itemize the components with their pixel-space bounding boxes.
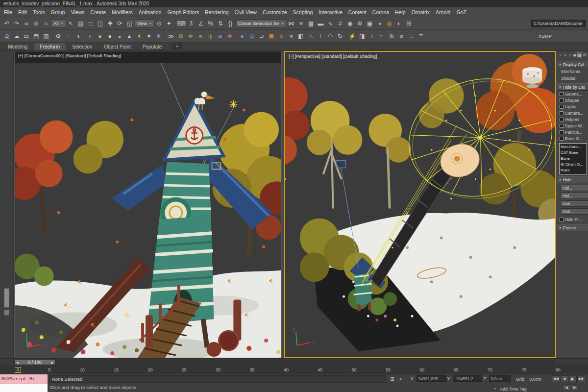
- display-tab-icon[interactable]: ▦: [577, 52, 582, 58]
- list-item[interactable]: Bone: [560, 156, 587, 162]
- viewport-camera[interactable]: [+] [CoronaCamera001] [Standard] [Defaul…: [14, 51, 282, 358]
- cube-icon[interactable]: ▣: [267, 31, 276, 41]
- select-object-icon[interactable]: ↖: [66, 19, 76, 28]
- add-time-tag[interactable]: ◔ Add Time Tag: [491, 385, 527, 392]
- menu-tools[interactable]: Tools: [30, 9, 48, 15]
- checkbox-icon[interactable]: [560, 118, 564, 122]
- axis-constraint-icon[interactable]: ⊥: [316, 31, 325, 41]
- left-strip-scroll-handle[interactable]: [4, 288, 9, 308]
- frame-prev-icon[interactable]: ◀: [16, 361, 19, 364]
- toggle-ribbon-icon[interactable]: ▬: [316, 19, 325, 28]
- star-icon[interactable]: ✶: [144, 31, 154, 41]
- frame-next-icon[interactable]: ▶: [51, 361, 53, 364]
- checkbox-icon[interactable]: [560, 111, 564, 115]
- flower-icon[interactable]: ❀: [225, 31, 235, 41]
- material-sphere-yellow-icon[interactable]: ●: [95, 31, 105, 41]
- material-shell-icon[interactable]: ◒: [115, 31, 124, 41]
- cone-icon[interactable]: ▲: [124, 31, 134, 41]
- menu-modifiers[interactable]: Modifiers: [109, 9, 136, 15]
- cloud-icon[interactable]: ☁: [12, 31, 22, 41]
- unhide-by-name-button[interactable]: Unh...: [560, 208, 588, 215]
- rollout-display-color[interactable]: ▼Display Col: [557, 61, 588, 68]
- transform-gizmo-icon[interactable]: ⊞: [389, 375, 396, 383]
- contrast-icon[interactable]: ◑: [73, 31, 83, 41]
- eye-icon[interactable]: ◎: [2, 31, 12, 41]
- rollout-hide[interactable]: ▼Hide: [557, 176, 588, 183]
- menu-group[interactable]: Group: [48, 9, 68, 15]
- selection-filter-dropdown[interactable]: All▼: [51, 19, 66, 27]
- modify-tab-icon[interactable]: ∿: [563, 52, 567, 58]
- ribbon-tab-object-paint[interactable]: Object Paint: [98, 43, 136, 50]
- schematic-view-icon[interactable]: #: [335, 19, 345, 28]
- previous-frame-button[interactable]: ◀: [561, 375, 568, 382]
- track-bar[interactable]: 0 5 10 15 20 25 30 35 40 45 50 55 60 65 …: [0, 366, 588, 374]
- menu-edit[interactable]: Edit: [15, 9, 30, 15]
- select-and-move-icon[interactable]: ✚: [105, 19, 115, 28]
- clipboard-icon[interactable]: ▤: [31, 31, 41, 41]
- menu-help[interactable]: Help: [392, 9, 409, 15]
- sphere-blue-icon[interactable]: ●: [237, 31, 247, 41]
- menu-content[interactable]: Content: [345, 9, 369, 15]
- menu-views[interactable]: Views: [68, 9, 88, 15]
- menu-graph-editors[interactable]: Graph Editors: [164, 9, 202, 15]
- mirror-icon[interactable]: ⋈: [286, 19, 296, 28]
- project-path-field[interactable]: C:\Users\ADAM\Docume: [531, 20, 586, 27]
- undo-icon[interactable]: ↶: [2, 19, 12, 28]
- list-item[interactable]: CAT Bone: [560, 150, 587, 156]
- checkbox-icon[interactable]: [560, 130, 564, 134]
- unlink-selection-icon[interactable]: ⊘: [31, 19, 41, 28]
- magnet-icon[interactable]: ⊃: [257, 31, 267, 41]
- category-geometry[interactable]: Geome...: [557, 91, 588, 97]
- scatter-arrows-icon[interactable]: ≫: [166, 31, 176, 41]
- category-bone-objects[interactable]: Bone O...: [557, 135, 588, 142]
- wireframe-option[interactable]: Wireframe:: [557, 68, 588, 75]
- checkbox-icon[interactable]: [560, 98, 564, 102]
- viewport-perspective[interactable]: [+] [Perspective] [Standard] [Default Sh…: [284, 51, 556, 358]
- chart-icon[interactable]: ▥: [41, 31, 51, 41]
- hide-frozen-checkbox-row[interactable]: Hide Fr...: [557, 216, 588, 222]
- hair-icon[interactable]: ≣: [416, 31, 426, 41]
- bind-to-space-warp-icon[interactable]: ≈: [41, 19, 51, 28]
- display-icon[interactable]: ▭: [22, 31, 31, 41]
- ribbon-tab-populate[interactable]: Populate: [137, 43, 168, 50]
- checkbox-icon[interactable]: [560, 92, 564, 96]
- y-coordinate-field[interactable]: -104551,2: [453, 375, 482, 382]
- rollout-hide-by-category[interactable]: ▼Hide by Cat: [557, 83, 588, 91]
- maxscript-mini-listener-input[interactable]: [0, 384, 48, 392]
- keyboard-shortcut-override-icon[interactable]: ⌨: [176, 19, 186, 28]
- menu-arnold[interactable]: Arnold: [433, 9, 453, 15]
- viewport-perspective-label[interactable]: [+] [Perspective] [Standard] [Default Sh…: [289, 54, 377, 59]
- material-editor-icon[interactable]: ◉: [345, 19, 355, 28]
- menu-civil-view[interactable]: Civil View: [232, 9, 260, 15]
- menu-create[interactable]: Create: [88, 9, 109, 15]
- select-and-scale-icon[interactable]: ◱: [125, 19, 135, 28]
- menu-corona[interactable]: Corona: [369, 9, 392, 15]
- list-item[interactable]: IK Chain O...: [560, 162, 587, 168]
- corona-render-icon[interactable]: ◍: [384, 19, 394, 28]
- list-item[interactable]: Non-Coro...: [560, 144, 587, 150]
- ribbon-tab-freeform[interactable]: Freeform: [34, 43, 67, 50]
- helper-plus-icon[interactable]: +: [367, 31, 377, 41]
- utilities-tab-icon[interactable]: ⚙: [582, 52, 587, 58]
- category-shapes[interactable]: Shapes: [557, 97, 588, 103]
- viewport-camera-label[interactable]: [+] [CoronaCamera001] [Standard] [Defaul…: [18, 53, 121, 58]
- ribbon-more-button[interactable]: ▼: [172, 43, 182, 49]
- environment-icon[interactable]: ◐: [394, 19, 404, 28]
- disc-icon[interactable]: ◌: [63, 31, 73, 41]
- category-listbox[interactable]: Non-Coro... CAT Bone Bone IK Chain O... …: [559, 143, 587, 174]
- grass-icon[interactable]: ψ: [205, 31, 215, 41]
- settings-gear-icon[interactable]: ⚙: [53, 31, 63, 41]
- target-icon[interactable]: ◎: [247, 31, 257, 41]
- grid-toggle-icon[interactable]: ⊞: [404, 19, 414, 28]
- teapot-render-icon[interactable]: ♨: [306, 31, 316, 41]
- shaded-option[interactable]: Shaded:: [557, 75, 588, 82]
- select-by-name-icon[interactable]: ▤: [76, 19, 86, 28]
- window-crossing-icon[interactable]: ◫: [96, 19, 105, 28]
- systems-icon[interactable]: ⊛: [387, 31, 396, 41]
- lightning-icon[interactable]: ⚡: [347, 31, 357, 41]
- render-production-icon[interactable]: ◑: [374, 19, 384, 28]
- use-pivot-center-icon[interactable]: ⊙: [154, 19, 164, 28]
- curve-editor-icon[interactable]: ∿: [325, 19, 335, 28]
- checkbox-icon[interactable]: [560, 137, 564, 141]
- redo-icon[interactable]: ↷: [12, 19, 22, 28]
